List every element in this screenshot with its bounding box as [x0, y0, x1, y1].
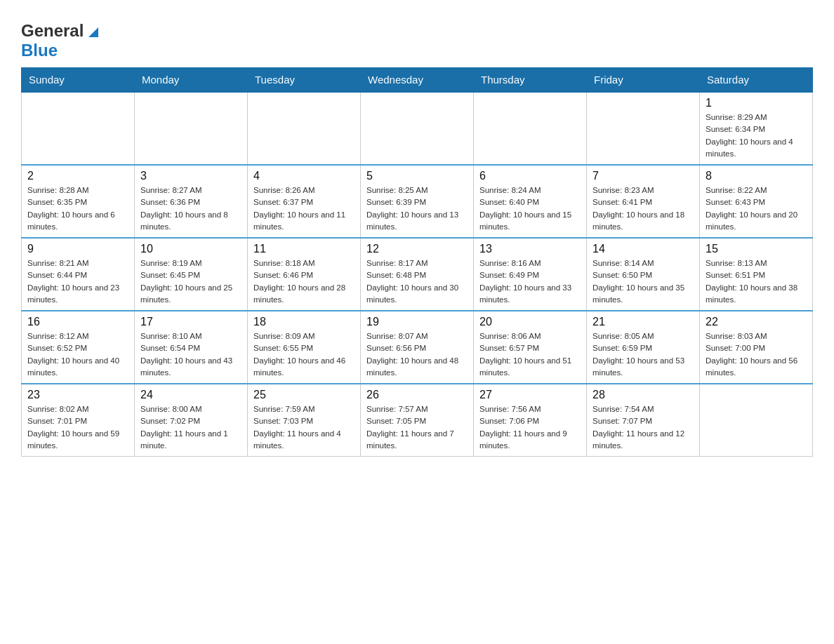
calendar-cell: [248, 92, 361, 165]
day-number: 6: [479, 170, 581, 182]
calendar-week-row: 23Sunrise: 8:02 AMSunset: 7:01 PMDayligh…: [22, 384, 813, 457]
day-number: 3: [140, 170, 241, 182]
day-number: 25: [253, 389, 355, 401]
calendar-week-row: 2Sunrise: 8:28 AMSunset: 6:35 PMDaylight…: [22, 165, 813, 238]
day-info: Sunrise: 8:16 AMSunset: 6:49 PMDaylight:…: [479, 257, 581, 306]
day-number: 1: [706, 97, 807, 109]
calendar-cell: 1Sunrise: 8:29 AMSunset: 6:34 PMDaylight…: [700, 92, 813, 165]
day-info: Sunrise: 8:25 AMSunset: 6:39 PMDaylight:…: [366, 185, 468, 233]
day-number: 17: [140, 316, 241, 328]
day-number: 15: [706, 243, 807, 255]
day-info: Sunrise: 8:23 AMSunset: 6:41 PMDaylight:…: [593, 185, 694, 233]
day-number: 9: [27, 243, 128, 255]
calendar-week-row: 1Sunrise: 8:29 AMSunset: 6:34 PMDaylight…: [22, 92, 813, 165]
day-info: Sunrise: 8:14 AMSunset: 6:50 PMDaylight:…: [593, 257, 694, 306]
calendar-cell: 11Sunrise: 8:18 AMSunset: 6:46 PMDayligh…: [248, 238, 361, 311]
day-info: Sunrise: 8:07 AMSunset: 6:56 PMDaylight:…: [366, 330, 468, 379]
day-info: Sunrise: 8:19 AMSunset: 6:45 PMDaylight:…: [140, 257, 241, 306]
day-number: 12: [366, 243, 468, 255]
calendar-cell: 10Sunrise: 8:19 AMSunset: 6:45 PMDayligh…: [135, 238, 248, 311]
calendar-cell: 4Sunrise: 8:26 AMSunset: 6:37 PMDaylight…: [248, 165, 361, 238]
day-info: Sunrise: 7:56 AMSunset: 7:06 PMDaylight:…: [479, 403, 581, 452]
weekday-header-friday: Friday: [587, 68, 700, 93]
day-number: 8: [706, 170, 807, 182]
day-info: Sunrise: 8:03 AMSunset: 7:00 PMDaylight:…: [706, 330, 807, 379]
weekday-header-row: SundayMondayTuesdayWednesdayThursdayFrid…: [22, 68, 813, 93]
day-info: Sunrise: 8:06 AMSunset: 6:57 PMDaylight:…: [479, 330, 581, 379]
day-info: Sunrise: 7:57 AMSunset: 7:05 PMDaylight:…: [366, 403, 468, 452]
calendar-cell: 28Sunrise: 7:54 AMSunset: 7:07 PMDayligh…: [587, 384, 700, 457]
calendar-cell: 2Sunrise: 8:28 AMSunset: 6:35 PMDaylight…: [22, 165, 135, 238]
day-info: Sunrise: 8:09 AMSunset: 6:55 PMDaylight:…: [253, 330, 355, 379]
day-info: Sunrise: 8:26 AMSunset: 6:37 PMDaylight:…: [253, 185, 355, 233]
calendar-cell: 27Sunrise: 7:56 AMSunset: 7:06 PMDayligh…: [474, 384, 587, 457]
calendar-cell: 16Sunrise: 8:12 AMSunset: 6:52 PMDayligh…: [22, 311, 135, 384]
calendar-cell: 8Sunrise: 8:22 AMSunset: 6:43 PMDaylight…: [700, 165, 813, 238]
calendar-table: SundayMondayTuesdayWednesdayThursdayFrid…: [21, 67, 813, 457]
day-info: Sunrise: 8:27 AMSunset: 6:36 PMDaylight:…: [140, 185, 241, 233]
calendar-cell: 22Sunrise: 8:03 AMSunset: 7:00 PMDayligh…: [700, 311, 813, 384]
day-number: 26: [366, 389, 468, 401]
calendar-cell: 25Sunrise: 7:59 AMSunset: 7:03 PMDayligh…: [248, 384, 361, 457]
day-info: Sunrise: 8:24 AMSunset: 6:40 PMDaylight:…: [479, 185, 581, 233]
calendar-cell: 19Sunrise: 8:07 AMSunset: 6:56 PMDayligh…: [361, 311, 474, 384]
day-number: 7: [593, 170, 694, 182]
logo: General Blue: [21, 14, 98, 60]
calendar-cell: [361, 92, 474, 165]
page-header: General Blue: [21, 14, 813, 60]
day-number: 10: [140, 243, 241, 255]
day-info: Sunrise: 8:05 AMSunset: 6:59 PMDaylight:…: [593, 330, 694, 379]
calendar-cell: 20Sunrise: 8:06 AMSunset: 6:57 PMDayligh…: [474, 311, 587, 384]
day-number: 18: [253, 316, 355, 328]
weekday-header-sunday: Sunday: [22, 68, 135, 93]
day-number: 16: [27, 316, 128, 328]
calendar-cell: 7Sunrise: 8:23 AMSunset: 6:41 PMDaylight…: [587, 165, 700, 238]
logo-general-text: General: [21, 21, 84, 41]
day-number: 20: [479, 316, 581, 328]
day-info: Sunrise: 8:21 AMSunset: 6:44 PMDaylight:…: [27, 257, 128, 306]
weekday-header-wednesday: Wednesday: [361, 68, 474, 93]
day-info: Sunrise: 8:29 AMSunset: 6:34 PMDaylight:…: [706, 112, 807, 160]
day-info: Sunrise: 8:28 AMSunset: 6:35 PMDaylight:…: [27, 185, 128, 233]
day-info: Sunrise: 8:22 AMSunset: 6:43 PMDaylight:…: [706, 185, 807, 233]
day-number: 14: [593, 243, 694, 255]
logo-triangle-icon: [86, 25, 98, 40]
calendar-cell: 13Sunrise: 8:16 AMSunset: 6:49 PMDayligh…: [474, 238, 587, 311]
calendar-cell: [135, 92, 248, 165]
calendar-week-row: 16Sunrise: 8:12 AMSunset: 6:52 PMDayligh…: [22, 311, 813, 384]
calendar-cell: 18Sunrise: 8:09 AMSunset: 6:55 PMDayligh…: [248, 311, 361, 384]
calendar-cell: 17Sunrise: 8:10 AMSunset: 6:54 PMDayligh…: [135, 311, 248, 384]
weekday-header-thursday: Thursday: [474, 68, 587, 93]
day-number: 24: [140, 389, 241, 401]
calendar-cell: 14Sunrise: 8:14 AMSunset: 6:50 PMDayligh…: [587, 238, 700, 311]
day-number: 11: [253, 243, 355, 255]
weekday-header-saturday: Saturday: [700, 68, 813, 93]
day-info: Sunrise: 7:54 AMSunset: 7:07 PMDaylight:…: [593, 403, 694, 452]
day-info: Sunrise: 8:13 AMSunset: 6:51 PMDaylight:…: [706, 257, 807, 306]
calendar-cell: 24Sunrise: 8:00 AMSunset: 7:02 PMDayligh…: [135, 384, 248, 457]
day-info: Sunrise: 8:18 AMSunset: 6:46 PMDaylight:…: [253, 257, 355, 306]
day-info: Sunrise: 8:02 AMSunset: 7:01 PMDaylight:…: [27, 403, 128, 452]
svg-marker-0: [88, 27, 98, 37]
day-number: 4: [253, 170, 355, 182]
calendar-cell: [474, 92, 587, 165]
calendar-cell: 5Sunrise: 8:25 AMSunset: 6:39 PMDaylight…: [361, 165, 474, 238]
day-info: Sunrise: 8:00 AMSunset: 7:02 PMDaylight:…: [140, 403, 241, 452]
calendar-cell: [22, 92, 135, 165]
calendar-cell: 23Sunrise: 8:02 AMSunset: 7:01 PMDayligh…: [22, 384, 135, 457]
calendar-cell: [700, 384, 813, 457]
day-info: Sunrise: 8:17 AMSunset: 6:48 PMDaylight:…: [366, 257, 468, 306]
calendar-cell: 21Sunrise: 8:05 AMSunset: 6:59 PMDayligh…: [587, 311, 700, 384]
day-info: Sunrise: 7:59 AMSunset: 7:03 PMDaylight:…: [253, 403, 355, 452]
calendar-cell: [587, 92, 700, 165]
day-number: 21: [593, 316, 694, 328]
weekday-header-tuesday: Tuesday: [248, 68, 361, 93]
calendar-cell: 12Sunrise: 8:17 AMSunset: 6:48 PMDayligh…: [361, 238, 474, 311]
day-info: Sunrise: 8:12 AMSunset: 6:52 PMDaylight:…: [27, 330, 128, 379]
logo-blue-text: Blue: [21, 41, 58, 60]
day-number: 19: [366, 316, 468, 328]
calendar-cell: 6Sunrise: 8:24 AMSunset: 6:40 PMDaylight…: [474, 165, 587, 238]
day-number: 22: [706, 316, 807, 328]
calendar-cell: 9Sunrise: 8:21 AMSunset: 6:44 PMDaylight…: [22, 238, 135, 311]
weekday-header-monday: Monday: [135, 68, 248, 93]
